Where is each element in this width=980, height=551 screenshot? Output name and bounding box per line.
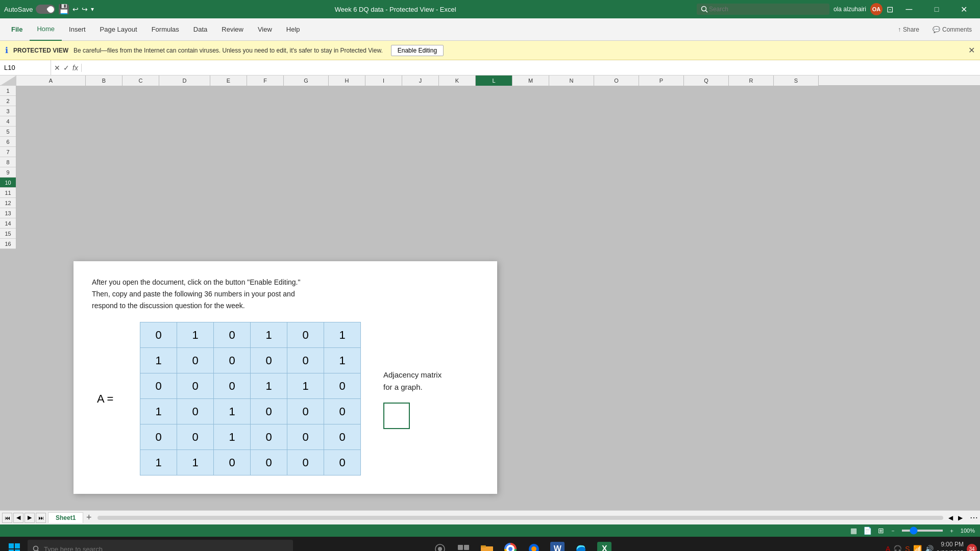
save-icon[interactable]: 💾 bbox=[58, 4, 69, 15]
sheet-tab-sheet1[interactable]: Sheet1 bbox=[48, 512, 83, 523]
maximize-button[interactable]: □ bbox=[925, 0, 948, 18]
svg-point-10 bbox=[438, 547, 442, 551]
search-wrap[interactable] bbox=[697, 4, 829, 15]
row-header-7[interactable]: 7 bbox=[0, 147, 16, 157]
tab-home[interactable]: Home bbox=[30, 18, 62, 41]
row-header-1[interactable]: 1 bbox=[0, 86, 16, 96]
row-header-14[interactable]: 14 bbox=[0, 218, 16, 229]
taskbar-edge-icon[interactable] bbox=[570, 538, 592, 551]
row-header-11[interactable]: 11 bbox=[0, 188, 16, 198]
tab-review[interactable]: Review bbox=[214, 18, 251, 41]
row-header-10[interactable]: 10 bbox=[0, 178, 16, 188]
insert-function-icon[interactable]: fx bbox=[72, 64, 78, 72]
share-button[interactable]: ↑ Share bbox=[894, 24, 923, 35]
row-header-2[interactable]: 2 bbox=[0, 96, 16, 106]
taskbar-word-icon[interactable]: W bbox=[546, 538, 569, 551]
enable-editing-button[interactable]: Enable Editing bbox=[391, 45, 444, 56]
col-header-R[interactable]: R bbox=[729, 76, 774, 86]
col-header-Q[interactable]: Q bbox=[684, 76, 729, 86]
col-header-F[interactable]: F bbox=[247, 76, 284, 86]
scroll-first-icon[interactable]: ⏮ bbox=[2, 513, 12, 523]
row-header-15[interactable]: 15 bbox=[0, 229, 16, 239]
zoom-plus-icon[interactable]: ＋ bbox=[949, 527, 954, 535]
taskbar-search[interactable] bbox=[28, 540, 293, 551]
add-sheet-button[interactable]: + bbox=[83, 512, 94, 523]
sheet-options-icon[interactable]: ⋯ bbox=[968, 513, 980, 522]
close-button[interactable]: ✕ bbox=[952, 0, 976, 18]
row-header-6[interactable]: 6 bbox=[0, 137, 16, 147]
comments-button[interactable]: 💬 Comments bbox=[928, 24, 976, 35]
tab-file[interactable]: File bbox=[4, 18, 30, 41]
restore-window-icon[interactable]: ⊡ bbox=[887, 5, 893, 14]
row-header-4[interactable]: 4 bbox=[0, 116, 16, 127]
taskbar-clock[interactable]: 9:00 PM 9/28/2020 bbox=[937, 540, 964, 551]
row-header-12[interactable]: 12 bbox=[0, 198, 16, 208]
col-header-P[interactable]: P bbox=[639, 76, 684, 86]
col-header-I[interactable]: I bbox=[365, 76, 402, 86]
row-header-3[interactable]: 3 bbox=[0, 106, 16, 116]
horizontal-scrollbar[interactable] bbox=[97, 516, 943, 520]
taskbar-excel-icon[interactable]: X bbox=[593, 538, 616, 551]
col-header-H[interactable]: H bbox=[329, 76, 365, 86]
customize-icon[interactable]: ▾ bbox=[91, 6, 94, 13]
tab-formulas[interactable]: Formulas bbox=[144, 18, 186, 41]
protected-close-icon[interactable]: ✕ bbox=[968, 45, 975, 55]
row-header-16[interactable]: 16 bbox=[0, 239, 16, 249]
undo-icon[interactable]: ↩ bbox=[72, 5, 79, 13]
tab-view[interactable]: View bbox=[251, 18, 279, 41]
zoom-minus-icon[interactable]: － bbox=[890, 527, 896, 535]
cell-reference[interactable]: L10 bbox=[0, 60, 51, 75]
volume-icon[interactable]: 🔊 bbox=[925, 545, 934, 551]
col-header-A[interactable]: A bbox=[16, 76, 86, 86]
col-header-M[interactable]: M bbox=[512, 76, 549, 86]
row-header-9[interactable]: 9 bbox=[0, 167, 16, 178]
row-header-8[interactable]: 8 bbox=[0, 157, 16, 167]
title-bar-center: Week 6 DQ data - Protected View - Excel bbox=[335, 6, 456, 13]
start-button[interactable] bbox=[3, 538, 26, 551]
col-header-O[interactable]: O bbox=[594, 76, 639, 86]
cells-area[interactable]: After you open the document, click on th… bbox=[0, 249, 980, 510]
taskbar-explorer-icon[interactable] bbox=[476, 538, 498, 551]
row-header-5[interactable]: 5 bbox=[0, 127, 16, 137]
col-header-K[interactable]: K bbox=[439, 76, 476, 86]
col-header-E[interactable]: E bbox=[210, 76, 247, 86]
col-header-D[interactable]: D bbox=[159, 76, 210, 86]
selected-cell-indicator[interactable] bbox=[383, 403, 410, 429]
col-header-L[interactable]: L bbox=[476, 76, 512, 86]
taskbar-firefox-icon[interactable] bbox=[523, 538, 545, 551]
hscroll-right-icon[interactable]: ▶ bbox=[956, 513, 965, 522]
col-header-S[interactable]: S bbox=[774, 76, 819, 86]
formula-input[interactable] bbox=[82, 64, 980, 71]
col-header-C[interactable]: C bbox=[122, 76, 159, 86]
page-break-view-icon[interactable]: ⊞ bbox=[878, 527, 884, 535]
col-header-B[interactable]: B bbox=[86, 76, 122, 86]
tab-data[interactable]: Data bbox=[186, 18, 214, 41]
title-search-input[interactable] bbox=[697, 4, 829, 15]
window-title: Week 6 DQ data - Protected View - Excel bbox=[335, 6, 456, 13]
taskbar-taskview-icon[interactable] bbox=[452, 538, 475, 551]
confirm-formula-icon[interactable]: ✓ bbox=[63, 64, 69, 72]
redo-icon[interactable]: ↪ bbox=[82, 5, 88, 13]
autosave-toggle[interactable]: Off bbox=[36, 5, 55, 14]
col-header-N[interactable]: N bbox=[549, 76, 594, 86]
network-icon[interactable]: 📶 bbox=[913, 545, 922, 551]
taskbar-chrome-icon[interactable] bbox=[499, 538, 522, 551]
scroll-next-icon[interactable]: ▶ bbox=[24, 513, 35, 523]
row-header-13[interactable]: 13 bbox=[0, 208, 16, 218]
col-header-G[interactable]: G bbox=[284, 76, 329, 86]
zoom-slider[interactable] bbox=[902, 530, 943, 532]
taskbar-search-input[interactable] bbox=[44, 545, 288, 552]
cancel-formula-icon[interactable]: ✕ bbox=[54, 64, 60, 72]
notification-badge[interactable]: 34 bbox=[967, 544, 977, 551]
tab-page-layout[interactable]: Page Layout bbox=[93, 18, 144, 41]
hscroll-left-icon[interactable]: ◀ bbox=[946, 513, 955, 522]
tab-help[interactable]: Help bbox=[279, 18, 307, 41]
scroll-prev-icon[interactable]: ◀ bbox=[13, 513, 23, 523]
page-layout-view-icon[interactable]: 📄 bbox=[863, 527, 872, 535]
normal-view-icon[interactable]: ▦ bbox=[850, 527, 857, 535]
minimize-button[interactable]: ─ bbox=[897, 0, 921, 18]
taskbar-cortana-icon[interactable] bbox=[429, 538, 451, 551]
scroll-last-icon[interactable]: ⏭ bbox=[36, 513, 46, 523]
col-header-J[interactable]: J bbox=[402, 76, 439, 86]
tab-insert[interactable]: Insert bbox=[62, 18, 93, 41]
